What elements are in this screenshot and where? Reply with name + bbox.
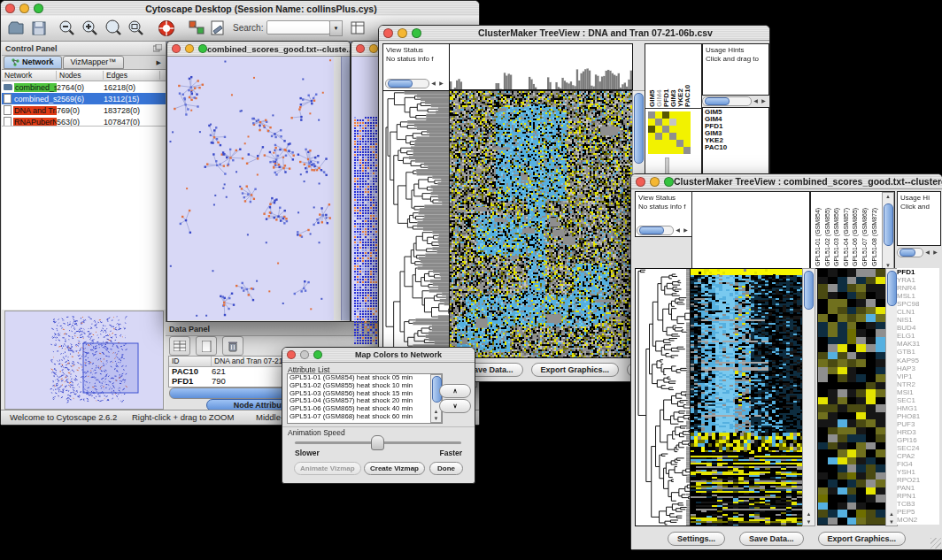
tv2-heatmap-vscrollbar[interactable]: ▲ ▼ — [802, 268, 815, 526]
animation-slider-thumb[interactable] — [371, 435, 384, 450]
gene-label[interactable]: HMG1 — [897, 404, 939, 412]
network-view-vscrollbar[interactable] — [341, 57, 350, 320]
attribute-browser-icon[interactable] — [348, 19, 367, 38]
search-dropdown-icon[interactable]: ▼ — [329, 20, 343, 36]
tv2-usage-hscrollbar[interactable]: ◀▶ — [897, 247, 939, 257]
id-column-header[interactable]: ID — [169, 357, 212, 366]
minimize-icon[interactable] — [650, 177, 660, 187]
tv1-heatmap-canvas[interactable] — [449, 90, 633, 358]
gene-label[interactable]: RPO21 — [897, 476, 939, 484]
gene-label[interactable]: BUD4 — [897, 324, 939, 332]
gene-label[interactable]: PAN1 — [897, 484, 939, 492]
tab-network[interactable]: Network — [4, 56, 62, 69]
gene-label[interactable]: TCB3 — [897, 500, 939, 508]
treeview-button[interactable]: Save Data... — [739, 532, 804, 546]
attribute-item[interactable]: GPL51-07 (GSM868) heat shock 60 min — [288, 413, 442, 421]
close-icon[interactable] — [356, 44, 365, 53]
network-row[interactable]: DNA and Tran 07 769(0) 183728(0) — [2, 104, 166, 116]
network-overview-panel[interactable] — [4, 311, 164, 410]
help-lifering-icon[interactable] — [157, 19, 176, 38]
tv2-gene-vscrollbar[interactable]: ▲ ▼ — [885, 268, 898, 526]
done-button[interactable]: Done — [429, 462, 463, 475]
gene-label[interactable]: ELG1 — [897, 332, 939, 340]
gene-label[interactable]: PAC10 — [705, 144, 767, 151]
column-header[interactable]: Network — [2, 71, 57, 80]
network-row[interactable]: combined_sco 2569(6) 13112(15) — [2, 93, 166, 104]
table-mode-icon[interactable] — [169, 336, 190, 356]
dialog-titlebar[interactable]: Map Colors to Network — [282, 348, 475, 363]
minimize-icon[interactable] — [19, 4, 29, 13]
network-overview-canvas[interactable] — [5, 311, 161, 407]
gene-label[interactable]: PHO81 — [897, 412, 939, 420]
gene-label[interactable]: VIP1 — [897, 372, 939, 380]
zoom-window-icon[interactable] — [412, 28, 421, 38]
new-attribute-icon[interactable] — [196, 336, 217, 356]
condition-label[interactable]: GIM5 — [648, 45, 655, 107]
tv1-usage-hscrollbar[interactable]: ◀▶ — [702, 96, 768, 106]
close-icon[interactable] — [383, 28, 393, 38]
gene-label[interactable]: FIG4 — [897, 460, 939, 468]
tv2-heatmap-canvas[interactable] — [690, 268, 803, 526]
network-row[interactable]: combined_scores 2764(0) 16218(0) — [2, 81, 166, 93]
zoom-window-icon[interactable] — [313, 350, 322, 359]
move-down-button[interactable]: ∨ — [439, 399, 471, 413]
gene-label[interactable]: YRA1 — [897, 276, 939, 284]
treeview-button[interactable]: Settings... — [668, 532, 725, 546]
zoom-window-icon[interactable] — [34, 4, 43, 13]
gene-label[interactable]: MSL1 — [897, 292, 939, 300]
condition-label[interactable]: GIM3 — [669, 45, 676, 107]
annotation-icon[interactable] — [208, 19, 228, 38]
treeview-button[interactable]: Export Graphics... — [818, 532, 907, 546]
tv2-status-hscrollbar[interactable]: ◀▶ — [637, 225, 690, 235]
gene-label[interactable]: PUF3 — [897, 420, 939, 428]
zoom-window-icon[interactable] — [664, 177, 674, 187]
gene-label[interactable]: NIS1 — [897, 316, 939, 324]
main-titlebar[interactable]: Cytoscape Desktop (Session Name: collins… — [1, 1, 479, 17]
condition-label[interactable]: PAC10 — [683, 45, 691, 107]
gene-label[interactable]: YSH1 — [897, 468, 939, 476]
gene-label[interactable]: GTB1 — [897, 348, 939, 356]
delete-attribute-trash-icon[interactable] — [222, 336, 243, 356]
minimize-icon[interactable] — [300, 350, 309, 359]
open-file-icon[interactable] — [6, 19, 26, 38]
minimize-icon[interactable] — [185, 44, 194, 53]
close-icon[interactable] — [5, 4, 15, 13]
tv1-row-dendrogram[interactable] — [382, 90, 451, 358]
treeview-button[interactable]: Export Graphics... — [531, 363, 620, 377]
vizmapper-icon[interactable] — [187, 19, 206, 38]
tv2-col-labels-vscrollbar[interactable]: ▲ ▼ — [882, 192, 894, 269]
search-input[interactable] — [266, 20, 330, 35]
float-panel-icon[interactable] — [153, 44, 162, 52]
gene-label[interactable]: HRD3 — [897, 428, 939, 436]
animate-vizmap-button[interactable]: Animate Vizmap — [294, 462, 361, 475]
save-icon[interactable] — [29, 19, 49, 38]
gene-label[interactable]: CLN1 — [897, 308, 939, 316]
tv2-row-dendrogram[interactable] — [635, 268, 691, 526]
close-icon[interactable] — [172, 44, 181, 53]
tv1-column-dendrogram[interactable] — [449, 43, 633, 90]
condition-label[interactable]: PFD1 — [662, 45, 669, 107]
attribute-list-vscrollbar[interactable]: ▲ ▼ — [430, 374, 442, 423]
tab-overflow-icon[interactable]: ▶ — [152, 59, 166, 66]
zoom-selected-region-icon[interactable] — [104, 19, 123, 38]
treeview1-titlebar[interactable]: ClusterMaker TreeView : DNA and Tran 07-… — [379, 26, 769, 41]
zoom-window-icon[interactable] — [198, 44, 207, 53]
gene-label[interactable]: NTR2 — [897, 380, 939, 388]
gene-label[interactable]: PEP5 — [897, 508, 939, 516]
tv2-zoom-heatmap[interactable] — [817, 268, 886, 525]
gene-label[interactable]: MON2 — [897, 516, 939, 524]
column-header[interactable]: Nodes — [57, 71, 104, 80]
condition-label[interactable]: GPL51-04 (GSM857) — [843, 194, 853, 266]
condition-label[interactable]: GPL51-01 (GSM854) — [815, 194, 824, 266]
gene-label[interactable]: RPN1 — [897, 492, 939, 500]
gene-label[interactable]: GPI16 — [897, 436, 939, 444]
tv2-column-dendrogram[interactable] — [691, 191, 810, 269]
gene-label[interactable]: RNR4 — [897, 284, 939, 292]
zoom-fit-icon[interactable] — [127, 19, 146, 38]
gene-label[interactable]: HAP3 — [897, 364, 939, 372]
tv1-zoom-heatmap[interactable] — [648, 111, 691, 154]
gene-label[interactable]: SEC24 — [897, 444, 939, 452]
gene-label[interactable]: PFD1 — [897, 268, 939, 276]
gene-label[interactable]: KAP95 — [897, 357, 939, 364]
tv1-status-hscrollbar[interactable]: ◀▶ — [385, 78, 445, 88]
